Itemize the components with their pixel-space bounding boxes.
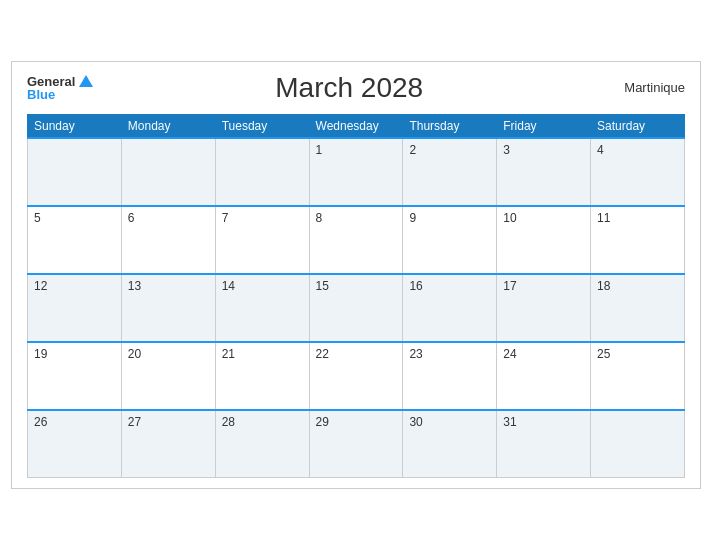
day-27: 27 (121, 410, 215, 478)
day-11: 11 (591, 206, 685, 274)
day-empty (215, 138, 309, 206)
day-28: 28 (215, 410, 309, 478)
day-20: 20 (121, 342, 215, 410)
day-25: 25 (591, 342, 685, 410)
day-16: 16 (403, 274, 497, 342)
col-thursday: Thursday (403, 114, 497, 138)
col-monday: Monday (121, 114, 215, 138)
days-of-week-row: Sunday Monday Tuesday Wednesday Thursday… (28, 114, 685, 138)
day-12: 12 (28, 274, 122, 342)
logo: General Blue (27, 75, 93, 101)
day-empty (591, 410, 685, 478)
day-3: 3 (497, 138, 591, 206)
day-19: 19 (28, 342, 122, 410)
week-row-1: 1 2 3 4 (28, 138, 685, 206)
day-2: 2 (403, 138, 497, 206)
calendar-container: General Blue March 2028 Martinique Sunda… (11, 61, 701, 490)
day-15: 15 (309, 274, 403, 342)
day-26: 26 (28, 410, 122, 478)
day-6: 6 (121, 206, 215, 274)
col-saturday: Saturday (591, 114, 685, 138)
day-7: 7 (215, 206, 309, 274)
day-13: 13 (121, 274, 215, 342)
week-row-2: 5 6 7 8 9 10 11 (28, 206, 685, 274)
day-17: 17 (497, 274, 591, 342)
day-9: 9 (403, 206, 497, 274)
day-29: 29 (309, 410, 403, 478)
calendar-grid: Sunday Monday Tuesday Wednesday Thursday… (27, 114, 685, 479)
month-title: March 2028 (93, 72, 605, 104)
logo-general-text: General (27, 75, 75, 88)
calendar-body: 1 2 3 4 5 6 7 8 9 10 11 12 13 14 15 16 (28, 138, 685, 478)
logo-blue-text: Blue (27, 88, 55, 101)
col-wednesday: Wednesday (309, 114, 403, 138)
calendar-header-row: Sunday Monday Tuesday Wednesday Thursday… (28, 114, 685, 138)
week-row-5: 26 27 28 29 30 31 (28, 410, 685, 478)
day-empty (121, 138, 215, 206)
col-sunday: Sunday (28, 114, 122, 138)
day-1: 1 (309, 138, 403, 206)
region-label: Martinique (605, 80, 685, 95)
calendar-header: General Blue March 2028 Martinique (27, 72, 685, 104)
col-friday: Friday (497, 114, 591, 138)
day-23: 23 (403, 342, 497, 410)
week-row-3: 12 13 14 15 16 17 18 (28, 274, 685, 342)
day-14: 14 (215, 274, 309, 342)
day-8: 8 (309, 206, 403, 274)
col-tuesday: Tuesday (215, 114, 309, 138)
day-21: 21 (215, 342, 309, 410)
day-empty (28, 138, 122, 206)
day-31: 31 (497, 410, 591, 478)
day-4: 4 (591, 138, 685, 206)
day-22: 22 (309, 342, 403, 410)
day-18: 18 (591, 274, 685, 342)
day-10: 10 (497, 206, 591, 274)
day-24: 24 (497, 342, 591, 410)
logo-triangle-icon (79, 75, 93, 87)
day-30: 30 (403, 410, 497, 478)
week-row-4: 19 20 21 22 23 24 25 (28, 342, 685, 410)
logo-general: General (27, 75, 93, 88)
day-5: 5 (28, 206, 122, 274)
